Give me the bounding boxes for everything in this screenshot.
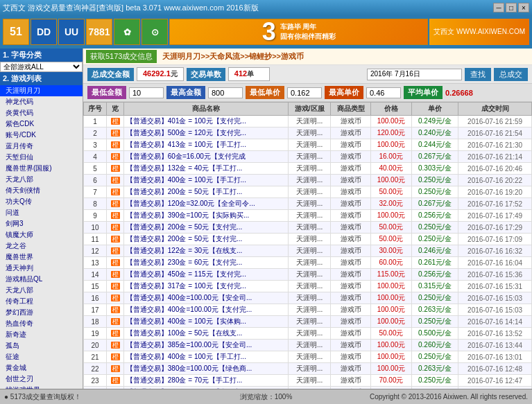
sidebar-item-tianya[interactable]: 天涯明月刀 bbox=[0, 85, 83, 96]
banner-sub: 车路毕 周年 bbox=[280, 22, 317, 32]
avg-value: 0.26668 bbox=[445, 89, 473, 97]
total-value: 46292.1元 bbox=[137, 67, 184, 81]
sidebar-item-moshouzj[interactable]: 魔兽世界(国服) bbox=[0, 163, 83, 174]
table-row[interactable]: 14橙【普通交易】450金 = 115元【支付完...天涯明...游戏币115.… bbox=[84, 269, 532, 281]
breadcrumb: 天涯明月刀>>天命风流>>锦鲤抄>>游戏币 bbox=[160, 51, 529, 62]
minimize-button[interactable]: ─ bbox=[493, 3, 504, 12]
status-left: ● 5173成交量查询版权！ bbox=[4, 392, 234, 402]
sidebar-item-zhaoyouxi[interactable]: 找游戏世界 bbox=[0, 385, 83, 389]
sidebar-item-tongtian[interactable]: 通天神判 bbox=[0, 263, 83, 274]
all-games-select[interactable]: 全部游戏ALL bbox=[0, 62, 83, 72]
min-price-input[interactable] bbox=[129, 87, 164, 98]
sidebar: 1. 字母分类 全部游戏ALL 2. 游戏列表 天涯明月刀 神龙代码 炎黄代码 … bbox=[0, 49, 83, 389]
sidebar-item-tianjian[interactable]: 天堑归仙 bbox=[0, 152, 83, 163]
table-row[interactable]: 1橙【普通交易】401金 = 100元【支付完...天涯明...游戏币100.0… bbox=[84, 116, 532, 128]
sidebar-item-zhengtu[interactable]: 征途 bbox=[0, 351, 83, 362]
table-row[interactable]: 13橙【普通交易】230金 = 60元【支付完...天涯明...游戏币60.00… bbox=[84, 257, 532, 269]
sidebar-item-lanyue[interactable]: 蓝月传奇 bbox=[0, 141, 83, 152]
nav-btn-dd[interactable]: DD bbox=[31, 19, 57, 45]
col-game: 游戏/区服 bbox=[289, 103, 331, 116]
table-row[interactable]: 21橙【普通交易】400金 = 100元【手工打...天涯明...游戏币100.… bbox=[84, 351, 532, 363]
sidebar-item-shenlong[interactable]: 神龙代码 bbox=[0, 96, 83, 107]
table-row[interactable]: 23橙【普通交易】280金 = 70元【手工打...天涯明...游戏币70.00… bbox=[84, 375, 532, 387]
table-row[interactable]: 24橙【普通交易】400金 = 100元【支付完...天涯明...游戏币100.… bbox=[84, 387, 532, 389]
nav-banner: 3 车路毕 周年 固有你相伴而精彩 bbox=[169, 19, 428, 45]
title-text: 艾西文 游戏交易量查询神器[查询版] beta 3.071 www.aixiwe… bbox=[3, 3, 259, 13]
sidebar-item-yitian[interactable]: 倚天剑侠情 bbox=[0, 185, 83, 196]
filterbar: 最低金额 最高金额 最低单价 最高单价 平均单价 0.26668 bbox=[83, 84, 532, 102]
sidebar-item-moushouzj2[interactable]: 魔兽世界 bbox=[0, 252, 83, 263]
sidebar-item-tianlong[interactable]: 天龙八部 bbox=[0, 174, 83, 185]
sidebar-item-youxiql[interactable]: 游戏精品QL bbox=[0, 274, 83, 285]
table-row[interactable]: 12橙【普通交易】122金 = 30元【在线支...天涯明...游戏币30.00… bbox=[84, 245, 532, 257]
statusbar: ● 5173成交量查询版权！ 浏览缩放：100% Copyright © 201… bbox=[0, 389, 532, 404]
sidebar-item-zhenmo[interactable]: 镇魔大师 bbox=[0, 229, 83, 240]
table-row[interactable]: 11橙【普通交易】200金 = 50元【支付完...天涯明...游戏币50.00… bbox=[84, 234, 532, 245]
sidebar-item-chuanqi[interactable]: 传奇工程 bbox=[0, 296, 83, 307]
sidebar-section-alphabet[interactable]: 1. 字母分类 bbox=[0, 49, 83, 62]
sidebar-item-zhanghao[interactable]: 账号/CDK bbox=[0, 130, 83, 141]
navbar: 51 DD UU 7881 ✿ ⊙ 3 车路毕 周年 固有你相伴而精彩 艾西文 … bbox=[0, 15, 532, 49]
fetch-button[interactable]: 获取5173成交信息 bbox=[86, 50, 157, 63]
main-area: 1. 字母分类 全部游戏ALL 2. 游戏列表 天涯明月刀 神龙代码 炎黄代码 … bbox=[0, 49, 532, 389]
table-row[interactable]: 15橙【普通交易】317金 = 100元【支付完...天涯明...游戏币100.… bbox=[84, 281, 532, 292]
copyright-text: Copyright © 2013-2016 Aixiwen. All right… bbox=[298, 393, 528, 401]
table-row[interactable]: 5橙【普通交易】132金 = 40元【手工打...天涯明...游戏币40.00元… bbox=[84, 163, 532, 175]
sidebar-item-xinqiji[interactable]: 新奇迹 bbox=[0, 329, 83, 340]
col-time: 成交时间 bbox=[458, 103, 532, 116]
maximize-button[interactable]: □ bbox=[506, 3, 517, 12]
nav-btn-uu[interactable]: UU bbox=[58, 19, 85, 45]
date-input[interactable] bbox=[367, 69, 462, 80]
table-row[interactable]: 4橙【普通交易】60金=16.00元【支付完成天涯明...游戏币16.00元0.… bbox=[84, 151, 532, 163]
summary-button[interactable]: 总成交 bbox=[494, 68, 528, 81]
max-unit-input[interactable] bbox=[366, 87, 401, 98]
min-unit-label: 最低单价 bbox=[246, 86, 284, 99]
table-row[interactable]: 20橙【普通交易】385金=100.00元【安全司...天涯明...游戏币100… bbox=[84, 340, 532, 351]
max-price-label: 最高金额 bbox=[166, 86, 205, 99]
sidebar-item-huangjin[interactable]: 黄金城 bbox=[0, 362, 83, 374]
col-type: 商品类型 bbox=[331, 103, 371, 116]
table-row[interactable]: 19橙【普通交易】100金 = 50元【在线支...天涯明...游戏币50.00… bbox=[84, 328, 532, 340]
table-row[interactable]: 22橙【普通交易】380金=100.00元【绿色商...天涯明...游戏币100… bbox=[84, 363, 532, 375]
sidebar-item-tianlong2[interactable]: 天龙八部 bbox=[0, 285, 83, 296]
table-row[interactable]: 3橙【普通交易】413金 = 100元【手工打...天涯明...游戏币100.0… bbox=[84, 139, 532, 151]
col-name: 商品名称 bbox=[123, 103, 288, 116]
table-row[interactable]: 2橙【普通交易】500金 = 120元【支付完...天涯明...游戏币120.0… bbox=[84, 128, 532, 139]
col-unit: 单价 bbox=[411, 103, 458, 116]
col-flag: 览 bbox=[107, 103, 124, 116]
trades-table: 序号 览 商品名称 游戏/区服 商品类型 价格 单价 成交时间 1橙【普通交易】… bbox=[83, 102, 532, 389]
window-controls: ─ □ × bbox=[493, 3, 529, 12]
sidebar-item-wendao[interactable]: 问道 bbox=[0, 207, 83, 218]
table-row[interactable]: 18橙【普通交易】400金 = 100元【实体购...天涯明...游戏币100.… bbox=[84, 316, 532, 328]
table-row[interactable]: 6橙【普通交易】400金 = 100元【手工打...天涯明...游戏币100.0… bbox=[84, 175, 532, 186]
min-price-label: 最低金额 bbox=[87, 86, 126, 99]
table-row[interactable]: 7橙【普通交易】200金 = 50元【手工打...天涯明...游戏币50.00元… bbox=[84, 186, 532, 198]
sidebar-item-rexue[interactable]: 热血传奇 bbox=[0, 318, 83, 329]
table-header-row: 序号 览 商品名称 游戏/区服 商品类型 价格 单价 成交时间 bbox=[84, 103, 532, 116]
statsbar: 总成交金额 46292.1元 交易单数 412单 查找 总成交 bbox=[83, 65, 532, 84]
nav-btn-github[interactable]: ⊙ bbox=[141, 19, 168, 45]
table-row[interactable]: 17橙【普通交易】400金=100.00元【支付完...天涯明...游戏币100… bbox=[84, 304, 532, 316]
sidebar-section-gamelist[interactable]: 2. 游戏列表 bbox=[0, 72, 83, 85]
sidebar-item-menghuan[interactable]: 梦幻西游 bbox=[0, 307, 83, 318]
query-button[interactable]: 查找 bbox=[465, 68, 491, 81]
table-row[interactable]: 10橙【普通交易】200金 = 50元【支付完...天涯明...游戏币50.00… bbox=[84, 222, 532, 234]
nav-btn-51[interactable]: 51 bbox=[3, 19, 29, 45]
close-button[interactable]: × bbox=[518, 3, 529, 12]
sidebar-item-gongfu[interactable]: 功夫Q传 bbox=[0, 196, 83, 207]
table-row[interactable]: 9橙【普通交易】390金=100元【实际购买...天涯明...游戏币100.00… bbox=[84, 210, 532, 222]
sidebar-item-zise[interactable]: 紫色CDK bbox=[0, 118, 83, 130]
min-unit-input[interactable] bbox=[287, 87, 322, 98]
sidebar-item-chuangshi[interactable]: 创世之刃 bbox=[0, 374, 83, 385]
nav-btn-7881[interactable]: 7881 bbox=[86, 19, 112, 45]
sidebar-item-jianwang3[interactable]: 剑网3 bbox=[0, 218, 83, 229]
table-row[interactable]: 8橙【普通交易】120金=32.00元【全全司令...天涯明...游戏币32.0… bbox=[84, 198, 532, 210]
sidebar-item-yanhuang[interactable]: 炎黄代码 bbox=[0, 107, 83, 118]
table-row[interactable]: 16橙【普通交易】400金=100.00元【安全司...天涯明...游戏币100… bbox=[84, 292, 532, 304]
nav-brand: 艾西文 WWW.AIXIWEN.COM bbox=[429, 19, 529, 45]
avg-label: 平均单价 bbox=[404, 86, 443, 99]
sidebar-item-gudao[interactable]: 孤岛 bbox=[0, 340, 83, 351]
nav-btn-flower[interactable]: ✿ bbox=[114, 19, 140, 45]
sidebar-item-longgz[interactable]: 龙之谷 bbox=[0, 240, 83, 252]
max-price-input[interactable] bbox=[208, 87, 243, 98]
